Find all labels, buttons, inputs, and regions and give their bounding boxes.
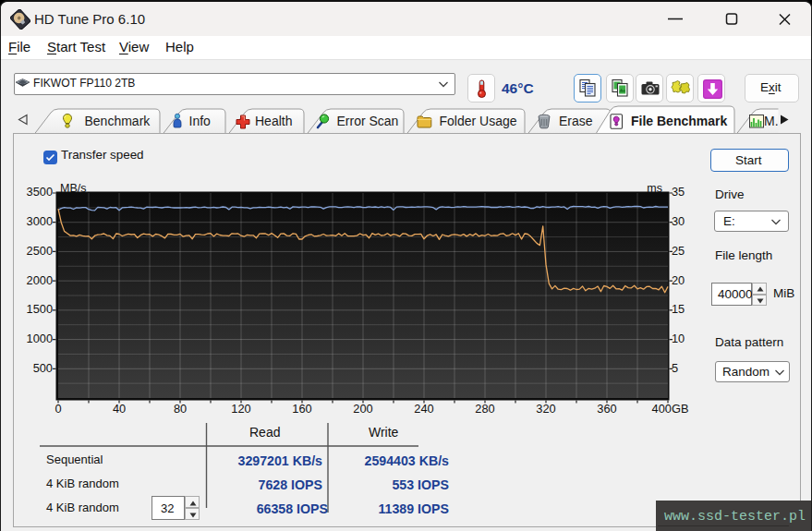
svg-text:Info: Info [189,114,212,128]
svg-text:Benchmark: Benchmark [85,114,151,128]
svg-text:Folder Usage: Folder Usage [440,114,517,128]
svg-text:Erase: Erase [559,114,593,128]
svg-text:Health: Health [255,114,292,128]
svg-text:File Benchmark: File Benchmark [631,114,727,128]
svg-text:Error Scan: Error Scan [337,114,399,128]
